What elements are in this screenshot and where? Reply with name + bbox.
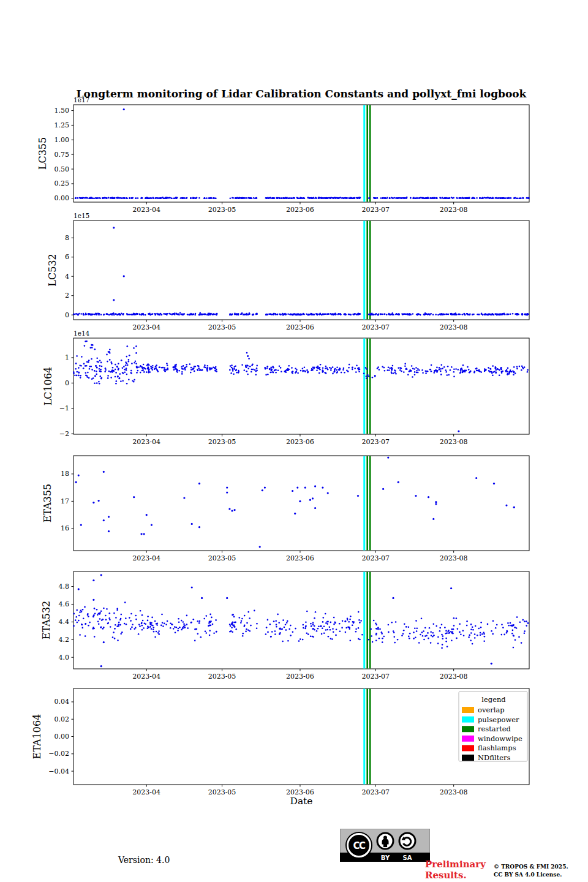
svg-text:8: 8 (65, 234, 69, 242)
svg-text:0.50: 0.50 (55, 165, 70, 173)
subplot-ETA532: 4.04.24.44.64.82023-042023-052023-062023… (40, 571, 529, 680)
svg-text:0.00: 0.00 (55, 194, 70, 202)
legend-swatch-restarted (462, 726, 474, 732)
svg-text:2023-07: 2023-07 (361, 323, 390, 331)
cc-license-badge: CC BY SA (340, 829, 430, 862)
svg-text:1.50: 1.50 (55, 107, 70, 115)
svg-text:2023-04: 2023-04 (132, 788, 160, 796)
legend-swatch-overlap (462, 707, 474, 713)
svg-text:2023-05: 2023-05 (208, 438, 236, 446)
svg-text:0: 0 (65, 379, 69, 387)
copyright-line2: CC BY SA 4.0 License. (494, 871, 568, 879)
y-axis-ticks: 4.04.24.44.64.8 (59, 582, 74, 662)
svg-text:0.02: 0.02 (55, 715, 70, 723)
svg-text:2023-06: 2023-06 (286, 323, 314, 331)
svg-text:2023-07: 2023-07 (361, 673, 390, 680)
svg-text:2023-06: 2023-06 (286, 206, 314, 214)
svg-text:−0.02: −0.02 (48, 750, 69, 758)
x-axis-ticks: 2023-042023-052023-062023-072023-08 (132, 434, 467, 446)
svg-text:2023-04: 2023-04 (132, 323, 160, 331)
cc-sa-arrow-icon (399, 833, 415, 849)
legend-label-flashlamps: flashlamps (478, 744, 516, 752)
x-axis-ticks: 2023-042023-052023-062023-072023-08 (132, 320, 467, 331)
svg-text:2023-04: 2023-04 (132, 438, 160, 446)
plot-frame (74, 338, 529, 434)
legend: legendoverlappulsepowerrestartedwindowwi… (459, 692, 527, 762)
svg-text:2023-08: 2023-08 (440, 554, 468, 562)
svg-text:2023-06: 2023-06 (286, 554, 314, 562)
svg-text:0.75: 0.75 (55, 151, 70, 159)
y-axis-label: ETA1064 (31, 714, 43, 760)
y-axis-label: ETA355 (42, 484, 53, 523)
svg-text:2023-04: 2023-04 (132, 206, 160, 214)
x-axis-ticks: 2023-042023-052023-062023-072023-08 (132, 202, 467, 214)
svg-text:4.0: 4.0 (59, 654, 70, 662)
x-axis-title: Date (290, 796, 312, 807)
svg-text:1.25: 1.25 (55, 121, 70, 129)
svg-text:1: 1 (65, 353, 69, 361)
x-axis-ticks: 2023-042023-052023-062023-072023-08 (132, 669, 467, 680)
svg-text:2023-07: 2023-07 (361, 788, 390, 796)
axis-scale-label: 1e17 (74, 96, 89, 104)
svg-text:−2: −2 (59, 430, 69, 438)
preliminary-results-note: Preliminary Results. (425, 859, 486, 881)
copyright-line1: © TROPOS & FMI 2025. (494, 863, 568, 871)
axis-scale-label: 1e15 (74, 212, 89, 219)
x-axis-ticks: 2023-042023-052023-062023-072023-08 (132, 551, 467, 562)
y-axis-label: LC355 (37, 137, 48, 170)
badge-by-label: BY (381, 854, 390, 861)
svg-text:0.00: 0.00 (55, 733, 70, 741)
svg-text:2023-05: 2023-05 (208, 788, 236, 796)
axis-scale-label: 1e14 (74, 330, 90, 337)
svg-text:−0.04: −0.04 (48, 767, 69, 775)
legend-swatch-pulsepower (462, 717, 474, 723)
svg-text:4.4: 4.4 (59, 618, 70, 626)
plot-frame (74, 105, 529, 202)
y-axis-ticks: 02468 (65, 234, 74, 319)
svg-text:2023-07: 2023-07 (361, 554, 390, 562)
copyright-note: © TROPOS & FMI 2025. CC BY SA 4.0 Licens… (494, 863, 568, 879)
svg-text:1.00: 1.00 (55, 136, 70, 144)
subplot-ETA355: 1617182023-042023-052023-062023-072023-0… (42, 456, 529, 562)
version-label: Version: 4.0 (118, 855, 170, 865)
legend-label-NDfilters: NDfilters (478, 753, 511, 762)
svg-text:18: 18 (61, 470, 69, 478)
svg-text:CC: CC (353, 840, 366, 851)
svg-text:2: 2 (65, 292, 69, 300)
svg-text:0.25: 0.25 (55, 179, 70, 187)
plot-frame (74, 456, 529, 551)
svg-text:2023-07: 2023-07 (361, 206, 390, 214)
svg-text:2023-05: 2023-05 (208, 554, 236, 562)
svg-text:2023-08: 2023-08 (440, 206, 468, 214)
svg-text:2023-05: 2023-05 (208, 206, 236, 214)
badge-sa-label: SA (403, 854, 412, 861)
cc-logo-icon: CC (345, 832, 372, 859)
legend-label-pulsepower: pulsepower (478, 715, 519, 724)
subplot-LC355: 0.000.250.500.751.001.251.502023-042023-… (37, 96, 530, 214)
legend-swatch-windowwipe (462, 736, 474, 742)
legend-title: legend (481, 695, 506, 704)
legend-label-overlap: overlap (478, 706, 505, 714)
y-axis-ticks: 0.000.250.500.751.001.251.50 (55, 107, 74, 202)
svg-text:4.6: 4.6 (59, 600, 70, 608)
svg-text:2023-07: 2023-07 (361, 438, 390, 446)
subplot-LC1064: −2−1012023-042023-052023-062023-072023-0… (42, 330, 529, 446)
svg-text:2023-06: 2023-06 (286, 438, 314, 446)
plot-frame (74, 221, 529, 320)
y-axis-ticks: −0.04−0.020.000.020.04 (48, 698, 74, 775)
svg-text:2023-08: 2023-08 (440, 323, 468, 331)
svg-text:2023-05: 2023-05 (208, 673, 236, 680)
figure-page: Longterm monitoring of Lidar Calibration… (0, 0, 588, 882)
svg-text:4.8: 4.8 (59, 582, 70, 590)
legend-swatch-flashlamps (462, 745, 474, 751)
plot-frame (74, 571, 529, 669)
y-axis-ticks: −2−101 (59, 353, 74, 437)
svg-text:4.2: 4.2 (59, 636, 70, 644)
calibration-chart: 0.000.250.500.751.001.251.502023-042023-… (0, 0, 588, 882)
preliminary-line1: Preliminary (425, 859, 486, 870)
svg-text:2023-04: 2023-04 (132, 554, 160, 562)
legend-label-windowwipe: windowwipe (478, 734, 522, 743)
svg-text:2023-08: 2023-08 (440, 673, 468, 680)
subplot-LC532: 024682023-042023-052023-062023-072023-08… (47, 212, 529, 331)
legend-label-restarted: restarted (478, 725, 511, 733)
